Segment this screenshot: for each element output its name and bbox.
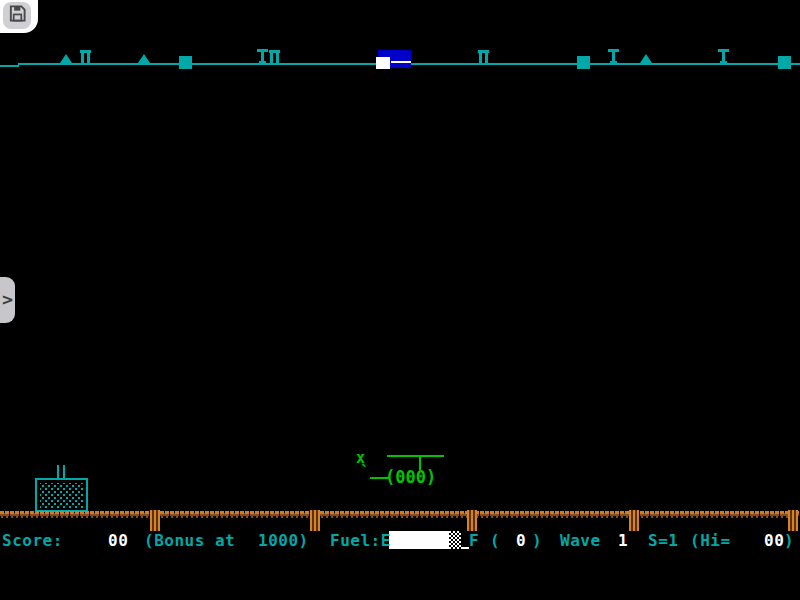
plane-wheels: (000) bbox=[385, 467, 436, 487]
save-button-backdrop bbox=[0, 0, 38, 33]
map-icon-triangle bbox=[60, 54, 72, 63]
sidebar-toggle-button[interactable]: > bbox=[0, 277, 15, 323]
map-icon-tee bbox=[257, 49, 268, 63]
map-icon-square bbox=[577, 56, 590, 69]
status-text: 1 bbox=[618, 531, 628, 550]
status-bar: Score:00(Bonus at1000)Fuel:EF(0)Wave1S=1… bbox=[0, 529, 800, 553]
chevron-right-icon: > bbox=[1, 291, 14, 309]
ground-post bbox=[310, 510, 320, 531]
status-text: 0 bbox=[516, 531, 526, 550]
map-icon-pi bbox=[80, 50, 91, 63]
map-viewport-line bbox=[391, 61, 411, 63]
map-terrain-line-left bbox=[0, 65, 19, 67]
game-screen: x ` (000) Score:00(Bonus at1000)Fuel:EF(… bbox=[0, 0, 800, 600]
map-icon-triangle bbox=[640, 54, 652, 63]
status-text: F bbox=[469, 531, 479, 550]
status-text: 1000) bbox=[258, 531, 309, 550]
status-text: ( bbox=[490, 531, 500, 550]
map-player-marker bbox=[376, 57, 390, 69]
fuel-gauge-tick bbox=[461, 547, 469, 549]
map-icon-square bbox=[179, 56, 192, 69]
status-text: 00 bbox=[108, 531, 128, 550]
plane-wing bbox=[387, 455, 444, 457]
map-icon-square bbox=[778, 56, 791, 69]
status-text: Score: bbox=[2, 531, 63, 550]
status-text: (Hi= bbox=[690, 531, 731, 550]
ground-post bbox=[150, 510, 160, 531]
ground bbox=[0, 511, 800, 520]
fuel-gauge-dither bbox=[449, 531, 461, 549]
fuel-tank-fill bbox=[40, 483, 83, 508]
save-button[interactable] bbox=[3, 2, 31, 29]
ground-post bbox=[788, 510, 798, 531]
fuel-tank bbox=[35, 478, 88, 512]
plane-tail: ` bbox=[360, 462, 370, 481]
map-icon-tee bbox=[608, 49, 619, 63]
status-text: ) bbox=[532, 531, 542, 550]
map-icon-tee bbox=[718, 49, 729, 63]
status-text: S=1 bbox=[648, 531, 678, 550]
fuel-gauge-bar bbox=[389, 531, 449, 549]
status-text: (Bonus at bbox=[144, 531, 235, 550]
status-text: 00 bbox=[764, 531, 784, 550]
map-icon-pi bbox=[478, 50, 489, 63]
fuel-tank-chimney bbox=[63, 465, 65, 478]
status-text: ) bbox=[784, 531, 794, 550]
status-text: Wave bbox=[560, 531, 601, 550]
floppy-disk-icon bbox=[8, 4, 27, 27]
ground-post bbox=[467, 510, 477, 531]
fuel-tank-chimney bbox=[57, 465, 59, 478]
ground-post bbox=[629, 510, 639, 531]
map-icon-triangle bbox=[138, 54, 150, 63]
map-icon-pi bbox=[269, 50, 280, 63]
status-text: Fuel:E bbox=[330, 531, 391, 550]
